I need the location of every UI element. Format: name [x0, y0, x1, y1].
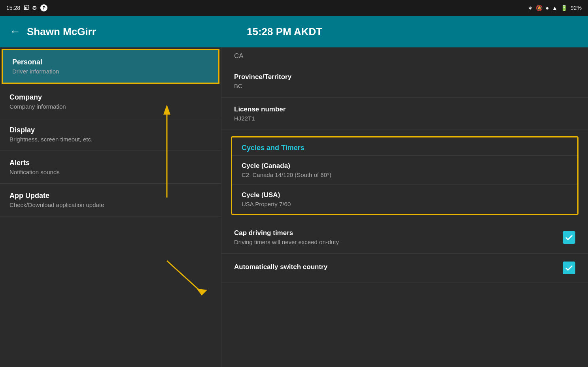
province-label: Province/Territory: [234, 73, 575, 81]
cycle-usa-label: Cycle (USA): [242, 191, 568, 199]
province-value: BC: [234, 83, 575, 89]
province-row: Province/Territory BC: [221, 65, 588, 98]
header-time: 15:28 PM AKDT: [247, 26, 322, 38]
cycle-canada-row: Cycle (Canada) C2: Canada 14/120 (South …: [232, 155, 577, 184]
auto-switch-checkbox[interactable]: [563, 262, 575, 274]
sidebar-item-appupdate-title: App Update: [9, 192, 212, 200]
license-label: License number: [234, 105, 575, 113]
auto-switch-label: Automatically switch country: [234, 263, 327, 271]
auto-switch-text: Automatically switch country: [234, 263, 327, 273]
top-partial-value: CA: [234, 52, 575, 60]
auto-switch-row: Automatically switch country: [221, 254, 588, 282]
settings-icon: ⚙: [32, 5, 37, 11]
back-button[interactable]: ←: [9, 25, 21, 38]
wifi-icon: ▲: [552, 5, 558, 11]
cycle-usa-row: Cycle (USA) USA Property 7/60: [232, 184, 577, 214]
sidebar-item-appupdate-subtitle: Check/Download application update: [9, 201, 212, 208]
cap-driving-checkbox[interactable]: [563, 231, 575, 244]
main-content: Personal Driver information Company Comp…: [0, 47, 588, 367]
sidebar-item-display-title: Display: [9, 126, 212, 134]
battery-percent: 92%: [571, 5, 582, 11]
sidebar-item-appupdate[interactable]: App Update Check/Download application up…: [0, 184, 221, 216]
license-value: HJ22T1: [234, 115, 575, 122]
cap-driving-label: Cap driving timers: [234, 229, 339, 237]
license-row: License number HJ22T1: [221, 98, 588, 130]
sidebar-item-company-subtitle: Company information: [9, 103, 212, 110]
sidebar-item-company-title: Company: [9, 93, 212, 102]
page-title: Shawn McGirr: [27, 26, 96, 38]
battery-icon: 🔋: [561, 5, 567, 11]
sidebar-item-alerts-subtitle: Notification sounds: [9, 169, 212, 175]
right-panel: CA Province/Territory BC License number …: [221, 47, 588, 367]
checkmark-icon: [565, 233, 573, 242]
cap-driving-text: Cap driving timers Driving timers will n…: [234, 229, 339, 245]
sidebar-item-company[interactable]: Company Company information: [0, 85, 221, 118]
status-time: 15:28: [6, 5, 20, 11]
status-left: 15:28 🖼 ⚙ P: [6, 4, 47, 11]
sidebar-item-display-subtitle: Brightness, screen timeout, etc.: [9, 136, 212, 143]
mute-icon: 🔕: [536, 5, 543, 11]
top-partial-row: CA: [221, 47, 588, 65]
checkmark-icon-2: [565, 263, 573, 272]
status-bar: 15:28 🖼 ⚙ P ∗ 🔕 ● ▲ 🔋 92%: [0, 0, 588, 16]
cap-driving-value: Driving timers will never exceed on-duty: [234, 239, 339, 245]
sidebar-item-personal-title: Personal: [12, 58, 209, 66]
cycles-header: Cycles and Timers: [232, 137, 577, 155]
status-right: ∗ 🔕 ● ▲ 🔋 92%: [528, 5, 582, 11]
location-icon: ●: [546, 5, 549, 11]
bluetooth-icon: ∗: [528, 5, 533, 11]
cycles-section: Cycles and Timers Cycle (Canada) C2: Can…: [231, 136, 579, 215]
cycle-canada-value: C2: Canada 14/120 (South of 60°): [242, 171, 568, 178]
photo-icon: 🖼: [23, 5, 29, 11]
sidebar-item-alerts-title: Alerts: [9, 159, 212, 167]
cycle-usa-value: USA Property 7/60: [242, 201, 568, 207]
sidebar: Personal Driver information Company Comp…: [0, 47, 221, 367]
header-bar: ← Shawn McGirr 15:28 PM AKDT: [0, 16, 588, 47]
sidebar-item-personal-subtitle: Driver information: [12, 68, 209, 75]
cycle-canada-label: Cycle (Canada): [242, 162, 568, 170]
sidebar-item-display[interactable]: Display Brightness, screen timeout, etc.: [0, 118, 221, 151]
cap-driving-row: Cap driving timers Driving timers will n…: [221, 221, 588, 254]
header-left: ← Shawn McGirr: [9, 25, 231, 38]
sidebar-item-alerts[interactable]: Alerts Notification sounds: [0, 151, 221, 184]
parking-icon: P: [40, 4, 47, 11]
sidebar-item-personal[interactable]: Personal Driver information: [2, 49, 219, 84]
